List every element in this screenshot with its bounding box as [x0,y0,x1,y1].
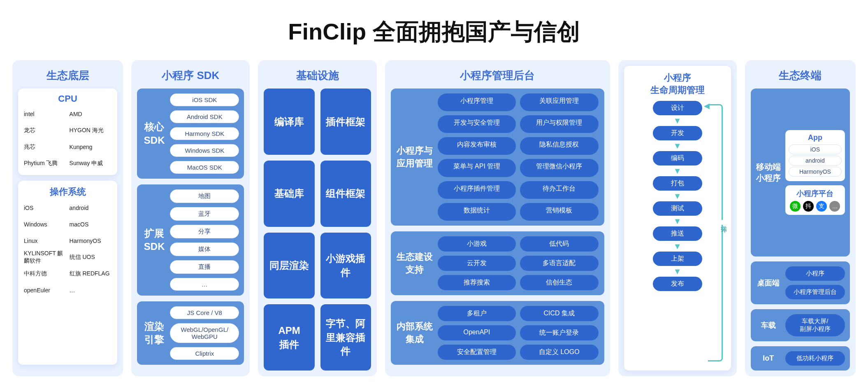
app-os-1: android [789,156,842,166]
cpu-logo-5: Kunpeng [70,141,112,153]
os-logo-3: macOS [70,219,112,230]
mgmt-group-label-1: 生态建设支持 [397,236,433,290]
infra-block-0: 编译库 [264,89,314,155]
os-logo-2: Windows [24,219,66,230]
col-terminal: 生态终端 移动端 小程序 App iOSandroidHarmonyOS 小程序… [745,60,856,376]
col-infra: 基础设施 编译库插件框架基础库组件框架同层渲染小游戏插件APM 插件字节、阿里兼… [258,60,376,376]
life-step-2: 编码 [653,151,702,166]
term-car: 车载 车载大屏/ 副屏小程序 [751,309,850,341]
arrow-down-icon: ▼ [673,168,682,174]
term-desktop: 桌面端 小程序小程序管理后台 [751,261,850,304]
col4-header: 小程序管理后台 [391,66,604,89]
mgmt-group-1: 生态建设支持小游戏低代码云开发多语言适配推荐搜索信创生态 [391,231,604,295]
lifecycle-panel: 小程序 生命周期管理 设计▼开发▼编码▼打包▼测试▼推送▼上架▼发布 ◀ 循环 [624,66,731,371]
mgmt-pill-1-1: 低代码 [520,236,598,252]
col-sdk: 小程序 SDK 核心 SDKiOS SDKAndroid SDKHarmony … [131,60,250,376]
sdk-pill-1-5: … [170,278,239,291]
os-logo-5: HarmonyOS [70,235,112,247]
desktop-item-0: 小程序 [785,266,845,281]
cpu-logo-0: intel [24,108,66,120]
loop-line [708,104,723,361]
sdk-pill-2-1: WebGL/OpenGL/ WebGPU [170,323,239,343]
infra-block-4: 同层渲染 [264,233,314,299]
app-card: App iOSandroidHarmonyOS [785,130,845,181]
sdk-pill-0-3: Windows SDK [170,144,239,157]
sdk-pill-0-1: Android SDK [170,110,239,123]
sdk-pill-2-0: JS Core / V8 [170,306,239,319]
infra-block-2: 基础库 [264,161,314,227]
term-desktop-label: 桌面端 [756,278,781,288]
platform-icon-0: 微 [790,201,801,212]
os-logo-4: Linux [24,235,66,247]
life-step-4: 测试 [653,201,702,216]
col3-header: 基础设施 [264,66,371,89]
cpu-logo-2: 龙芯 [24,125,66,136]
platform-icon-1: 抖 [803,201,814,212]
sdk-pill-1-3: 媒体 [170,242,239,256]
infra-grid: 编译库插件框架基础库组件框架同层渲染小游戏插件APM 插件字节、阿里兼容插件 [264,89,371,371]
mgmt-pill-2-5: 自定义 LOGO [520,345,598,360]
loop-arrowhead-icon: ◀ [704,101,710,110]
mgmt-group-2: 内部系统集成多租户CICD 集成OpenAPI统一账户登录安全配置管理自定义 L… [391,301,604,365]
infra-block-7: 字节、阿里兼容插件 [320,304,371,371]
cpu-panel: CPU intelAMD龙芯HYGON 海光兆芯KunpengPhytium 飞… [18,89,117,175]
car-item-0: 车载大屏/ 副屏小程序 [785,314,845,336]
loop-label: 循环 [720,220,728,225]
os-logo-1: android [70,202,112,214]
col6-header: 生态终端 [751,66,850,89]
life-step-6: 上架 [653,252,702,266]
os-logo-6: KYLINSOFT 麒麟软件 [24,252,66,263]
desktop-item-1: 小程序管理后台 [785,285,845,299]
sdk-group-2: 渲染 引擎JS Core / V8WebGL/OpenGL/ WebGPUCli… [137,301,244,365]
sdk-pill-1-2: 分享 [170,225,239,238]
mgmt-pill-1-4: 推荐搜索 [438,275,516,290]
life-step-0: 设计 [653,101,702,115]
sdk-group-label-1: 扩展 SDK [143,189,166,291]
sdk-group-label-2: 渲染 引擎 [143,306,166,360]
sdk-group-label-0: 核心 SDK [143,93,166,174]
os-logo-7: 统信 UOS [70,252,112,263]
term-mobile-label: 移动端 小程序 [756,161,781,184]
cpu-header: CPU [24,93,111,104]
mgmt-pill-0-2: 开发与安全管理 [438,115,516,133]
os-logo-10: openEuler [24,284,66,296]
sdk-pill-1-0: 地图 [170,189,239,203]
lifecycle-flow: 设计▼开发▼编码▼打包▼测试▼推送▼上架▼发布 ◀ 循环 [628,101,727,365]
life-step-1: 开发 [653,126,702,140]
mgmt-pill-0-0: 小程序管理 [438,93,516,111]
sdk-group-0: 核心 SDKiOS SDKAndroid SDKHarmony SDKWindo… [137,89,244,179]
arrow-down-icon: ▼ [673,268,682,274]
platform-header: 小程序平台 [789,189,842,198]
mgmt-pill-0-4: 内容发布审核 [438,137,516,155]
life-step-3: 打包 [653,176,702,191]
infra-block-6: APM 插件 [264,304,314,371]
cpu-logo-3: HYGON 海光 [70,125,112,136]
cpu-logo-6: Phytium 飞腾 [24,158,66,169]
sdk-pill-1-4: 直播 [170,260,239,274]
mgmt-pill-2-0: 多租户 [438,306,516,321]
mgmt-pill-2-2: OpenAPI [438,325,516,340]
page-title: FinClip 全面拥抱国产与信创 [0,0,868,60]
cpu-logo-7: Sunway 申威 [70,158,112,169]
platform-card: 小程序平台 微抖支… [785,185,845,215]
mgmt-pill-1-0: 小游戏 [438,236,516,252]
iot-item-0: 低功耗小程序 [785,351,845,366]
mgmt-pill-2-3: 统一账户登录 [520,325,598,340]
sdk-group-1: 扩展 SDK地图蓝牙分享媒体直播… [137,184,244,296]
col1-header: 生态底层 [18,66,117,89]
sdk-pill-0-4: MacOS SDK [170,161,239,174]
term-mobile: 移动端 小程序 App iOSandroidHarmonyOS 小程序平台 微抖… [751,89,850,256]
mgmt-pill-2-1: CICD 集成 [520,306,598,321]
mgmt-group-label-0: 小程序与应用管理 [397,93,433,221]
mgmt-group-0: 小程序与应用管理小程序管理关联应用管理开发与安全管理用户与权限管理内容发布审核隐… [391,89,604,226]
app-os-0: iOS [789,145,842,154]
os-header: 操作系统 [24,186,111,198]
mgmt-pill-0-6: 菜单与 API 管理 [438,159,516,177]
cpu-logo-1: AMD [70,108,112,120]
mgmt-pill-1-3: 多语言适配 [520,256,598,271]
arrow-down-icon: ▼ [673,118,682,124]
mgmt-pill-2-4: 安全配置管理 [438,345,516,360]
os-logo-0: iOS [24,202,66,214]
term-iot: IoT 低功耗小程序 [751,346,850,371]
mgmt-pill-0-10: 数据统计 [438,203,516,221]
